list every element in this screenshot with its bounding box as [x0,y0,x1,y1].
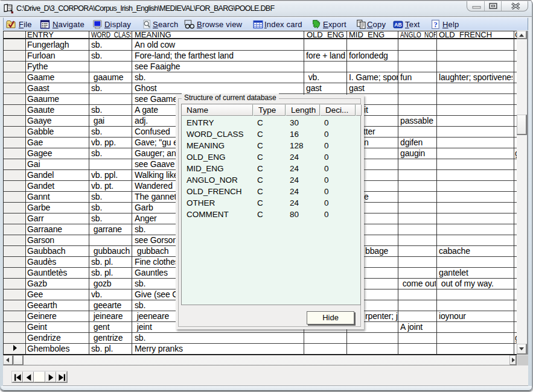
svg-text:AB: AB [394,22,401,28]
svg-text:?: ? [433,21,437,29]
